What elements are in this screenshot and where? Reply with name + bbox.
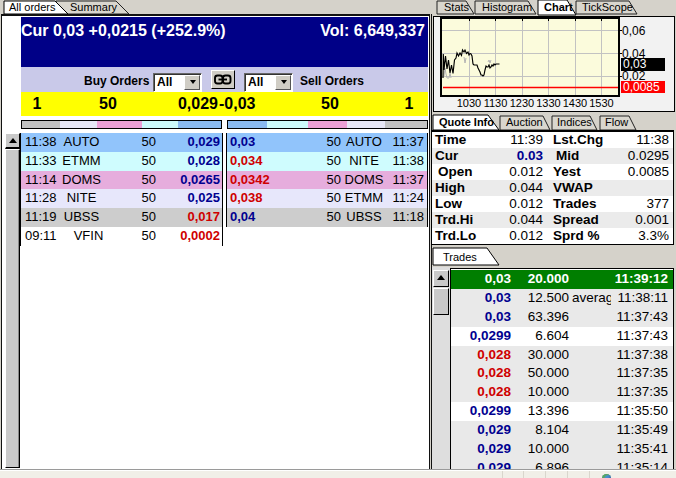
svg-text:Indices: Indices (557, 116, 592, 128)
svg-text:Summary: Summary (70, 1, 118, 13)
svg-text:Histogram: Histogram (482, 1, 532, 13)
svg-text:Flow: Flow (605, 116, 628, 128)
svg-text:TickScope: TickScope (582, 1, 633, 13)
svg-text:All orders: All orders (9, 1, 56, 13)
svg-text:Trades: Trades (443, 251, 477, 263)
svg-text:Stats: Stats (444, 1, 470, 13)
svg-text:Quote Info: Quote Info (439, 116, 494, 128)
svg-text:Auction: Auction (506, 116, 543, 128)
svg-text:Chart: Chart (544, 1, 573, 13)
